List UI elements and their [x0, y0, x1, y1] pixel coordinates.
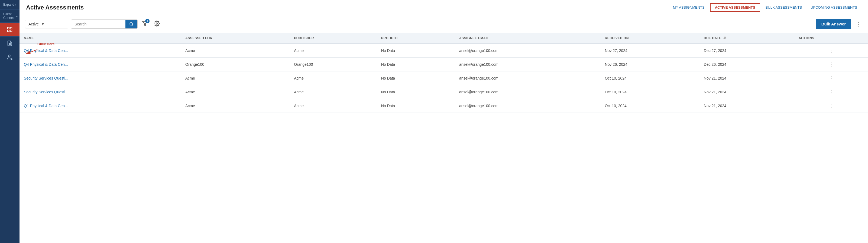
assessment-name-link[interactable]: Security Services Questi...: [24, 90, 68, 94]
svg-rect-3: [10, 30, 12, 32]
assessment-name-link[interactable]: Q1 Physical & Data Cen...: [24, 104, 68, 108]
row-actions-button[interactable]: ⋮: [829, 75, 834, 81]
cell-received-on: Oct 10, 2024: [600, 99, 700, 113]
sidebar-item-document[interactable]: [0, 37, 20, 50]
expand-icon: »: [14, 3, 16, 6]
filter-icon-button[interactable]: 1: [140, 19, 150, 29]
row-actions-button[interactable]: ⋮: [829, 48, 834, 54]
cell-actions: ⋮: [794, 85, 868, 99]
search-input[interactable]: [71, 20, 125, 28]
filter-value: Active: [28, 22, 39, 26]
client-connect-label: Client Connect: [3, 12, 16, 20]
cell-assessed-for: Acme: [181, 71, 289, 85]
sidebar-item-user-settings[interactable]: [0, 50, 20, 64]
nav-upcoming-assessments[interactable]: UPCOMING ASSESSMENTS: [806, 1, 862, 14]
assessments-table: NAME ASSESSED FOR PUBLISHER PRODUCT ASSI…: [20, 33, 868, 113]
svg-point-6: [8, 55, 10, 57]
cell-name: Click HereQ4 Physical & Data Cen...: [20, 43, 181, 58]
gear-icon: [154, 21, 160, 27]
cell-assessed-for: Acme: [181, 85, 289, 99]
cell-publisher: Acme: [289, 43, 377, 58]
row-actions-button[interactable]: ⋮: [829, 62, 834, 67]
cell-due-date: Nov 21, 2024: [700, 85, 794, 99]
cell-publisher: Acme: [289, 71, 377, 85]
bulk-answer-button[interactable]: Bulk Answer: [816, 19, 851, 29]
col-product: PRODUCT: [377, 33, 455, 43]
cell-publisher: Orange100: [289, 58, 377, 71]
nav-bulk-assessments[interactable]: BULK ASSESSMENTS: [761, 1, 806, 14]
cell-actions: ⋮: [794, 43, 868, 58]
toolbar: Active ▼ 1: [20, 15, 868, 33]
col-assignee-email: ASSIGNEE EMAIL: [455, 33, 600, 43]
document-icon: [7, 40, 13, 46]
cell-assignee-email: ansel@orange100.com: [455, 43, 600, 58]
sidebar-item-grid[interactable]: [0, 23, 20, 37]
sidebar-client-connect-btn[interactable]: Client Connect ⌄: [0, 9, 20, 23]
settings-button[interactable]: [152, 19, 161, 29]
assessment-name-link[interactable]: Q4 Physical & Data Cen...: [24, 48, 68, 53]
col-actions: ACTIONS: [794, 33, 868, 43]
cell-name: Security Services Questi...: [20, 71, 181, 85]
cell-received-on: Nov 26, 2024: [600, 58, 700, 71]
cell-received-on: Oct 10, 2024: [600, 85, 700, 99]
table-row: Click HereQ4 Physical & Data Cen...AcmeA…: [20, 43, 868, 58]
col-name: NAME: [20, 33, 181, 43]
col-due-date: DUE DATE ⇵: [700, 33, 794, 43]
col-publisher: PUBLISHER: [289, 33, 377, 43]
svg-rect-1: [10, 27, 12, 29]
cell-assessed-for: Acme: [181, 43, 289, 58]
cell-assessed-for: Orange100: [181, 58, 289, 71]
col-received-on: RECEIVED ON: [600, 33, 700, 43]
cell-actions: ⋮: [794, 71, 868, 85]
svg-line-9: [132, 25, 133, 26]
cell-product: No Data: [377, 58, 455, 71]
table-row: Q4 Physical & Data Cen...Orange100Orange…: [20, 58, 868, 71]
top-nav-links: MY ASSIGNMENTS ACTIVE ASSESSMENTS BULK A…: [669, 1, 862, 14]
svg-rect-0: [8, 27, 9, 29]
cell-due-date: Dec 27, 2024: [700, 43, 794, 58]
page-title: Active Assessments: [26, 4, 84, 11]
sidebar-expand-btn[interactable]: Expand »: [0, 0, 20, 9]
cell-publisher: Acme: [289, 99, 377, 113]
svg-rect-2: [8, 30, 9, 32]
main-content: Active Assessments MY ASSIGNMENTS ACTIVE…: [20, 0, 868, 243]
grid-icon: [7, 27, 13, 32]
cell-assessed-for: Acme: [181, 99, 289, 113]
filter-badge: 1: [145, 19, 150, 23]
cell-received-on: Nov 27, 2024: [600, 43, 700, 58]
cell-product: No Data: [377, 71, 455, 85]
assessment-name-link[interactable]: Q4 Physical & Data Cen...: [24, 62, 68, 67]
cell-product: No Data: [377, 43, 455, 58]
cell-product: No Data: [377, 99, 455, 113]
filter-dropdown[interactable]: Active ▼: [25, 20, 68, 28]
cell-actions: ⋮: [794, 58, 868, 71]
cell-assignee-email: ansel@orange100.com: [455, 58, 600, 71]
cell-received-on: Oct 10, 2024: [600, 71, 700, 85]
col-assessed-for: ASSESSED FOR: [181, 33, 289, 43]
more-options-button[interactable]: ⋮: [854, 19, 863, 29]
search-box: [71, 20, 137, 29]
nav-active-assessments[interactable]: ACTIVE ASSESSMENTS: [710, 3, 760, 12]
row-actions-button[interactable]: ⋮: [829, 89, 834, 95]
cell-publisher: Acme: [289, 85, 377, 99]
cell-name: Security Services Questi...: [20, 85, 181, 99]
table-container: NAME ASSESSED FOR PUBLISHER PRODUCT ASSI…: [20, 33, 868, 243]
cell-name: Q1 Physical & Data Cen...: [20, 99, 181, 113]
search-button[interactable]: [125, 20, 137, 28]
cell-actions: ⋮: [794, 99, 868, 113]
cell-due-date: Nov 21, 2024: [700, 99, 794, 113]
cell-assignee-email: ansel@orange100.com: [455, 85, 600, 99]
chevron-down-icon: ⌄: [16, 14, 18, 18]
cell-due-date: Dec 26, 2024: [700, 58, 794, 71]
table-header-row: NAME ASSESSED FOR PUBLISHER PRODUCT ASSI…: [20, 33, 868, 43]
user-settings-icon: [7, 54, 13, 60]
row-actions-button[interactable]: ⋮: [829, 103, 834, 109]
cell-assignee-email: ansel@orange100.com: [455, 99, 600, 113]
assessment-name-link[interactable]: Security Services Questi...: [24, 76, 68, 80]
nav-my-assignments[interactable]: MY ASSIGNMENTS: [669, 1, 709, 14]
chevron-down-icon: ▼: [41, 22, 45, 26]
sidebar: Expand » Client Connect ⌄: [0, 0, 20, 243]
sort-icon[interactable]: ⇵: [723, 36, 726, 40]
svg-point-8: [130, 23, 133, 26]
cell-due-date: Nov 21, 2024: [700, 71, 794, 85]
